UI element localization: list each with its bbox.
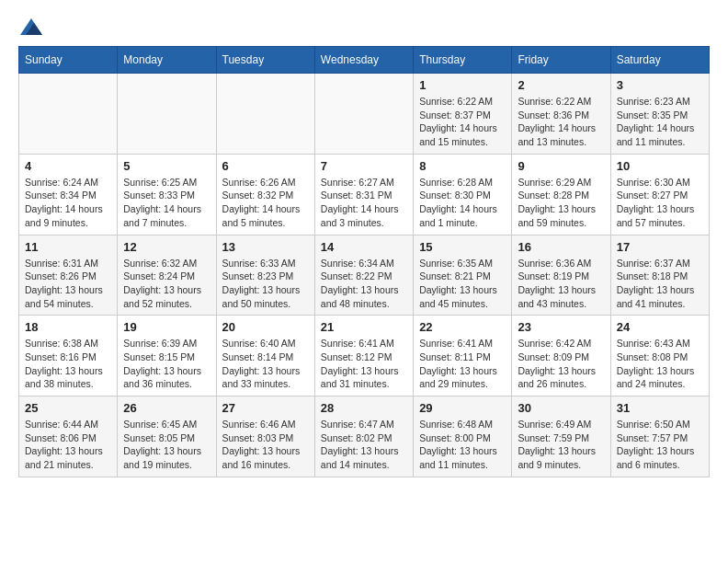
day-info: Sunrise: 6:39 AM Sunset: 8:15 PM Dayligh… [123,337,210,391]
weekday-header: Monday [118,47,216,74]
day-number: 24 [617,320,703,334]
calendar-cell: 31Sunrise: 6:50 AM Sunset: 7:57 PM Dayli… [610,396,709,477]
day-info: Sunrise: 6:22 AM Sunset: 8:36 PM Dayligh… [518,95,604,149]
day-number: 1 [419,78,506,92]
day-number: 6 [222,159,309,173]
calendar-cell: 29Sunrise: 6:48 AM Sunset: 8:00 PM Dayli… [414,396,512,477]
day-number: 12 [123,240,210,254]
day-number: 11 [25,240,111,254]
day-number: 13 [222,240,309,254]
day-info: Sunrise: 6:29 AM Sunset: 8:28 PM Dayligh… [518,176,604,230]
weekday-header: Saturday [610,47,709,74]
day-info: Sunrise: 6:24 AM Sunset: 8:34 PM Dayligh… [25,176,111,230]
calendar-cell: 25Sunrise: 6:44 AM Sunset: 8:06 PM Dayli… [19,396,118,477]
weekday-header-row: SundayMondayTuesdayWednesdayThursdayFrid… [19,47,710,74]
calendar-cell: 3Sunrise: 6:23 AM Sunset: 8:35 PM Daylig… [610,74,709,155]
calendar-cell: 4Sunrise: 6:24 AM Sunset: 8:34 PM Daylig… [19,154,118,235]
calendar-cell [216,74,314,155]
day-info: Sunrise: 6:38 AM Sunset: 8:16 PM Dayligh… [25,337,111,391]
calendar-cell: 27Sunrise: 6:46 AM Sunset: 8:03 PM Dayli… [216,396,314,477]
day-info: Sunrise: 6:23 AM Sunset: 8:35 PM Dayligh… [617,95,703,149]
weekday-header: Thursday [414,47,512,74]
weekday-header: Sunday [19,47,118,74]
calendar-cell: 20Sunrise: 6:40 AM Sunset: 8:14 PM Dayli… [216,316,314,396]
page-header [18,18,710,31]
weekday-header: Friday [512,47,610,74]
calendar-table: SundayMondayTuesdayWednesdayThursdayFrid… [18,46,710,477]
day-number: 30 [518,401,604,415]
day-number: 20 [222,320,309,334]
calendar-cell: 7Sunrise: 6:27 AM Sunset: 8:31 PM Daylig… [314,154,413,235]
calendar-week-row: 4Sunrise: 6:24 AM Sunset: 8:34 PM Daylig… [19,154,710,235]
day-info: Sunrise: 6:42 AM Sunset: 8:09 PM Dayligh… [518,337,604,391]
calendar-cell: 14Sunrise: 6:34 AM Sunset: 8:22 PM Dayli… [314,235,413,316]
day-number: 14 [321,240,407,254]
calendar-week-row: 18Sunrise: 6:38 AM Sunset: 8:16 PM Dayli… [19,316,710,396]
day-number: 4 [25,159,111,173]
day-info: Sunrise: 6:40 AM Sunset: 8:14 PM Dayligh… [222,337,309,391]
calendar-cell: 21Sunrise: 6:41 AM Sunset: 8:12 PM Dayli… [314,316,413,396]
day-number: 9 [518,159,604,173]
calendar-cell: 1Sunrise: 6:22 AM Sunset: 8:37 PM Daylig… [414,74,512,155]
weekday-header: Tuesday [216,47,314,74]
calendar-cell: 10Sunrise: 6:30 AM Sunset: 8:27 PM Dayli… [610,154,709,235]
calendar-cell: 5Sunrise: 6:25 AM Sunset: 8:33 PM Daylig… [118,154,216,235]
calendar-cell: 9Sunrise: 6:29 AM Sunset: 8:28 PM Daylig… [512,154,610,235]
day-info: Sunrise: 6:27 AM Sunset: 8:31 PM Dayligh… [321,176,407,230]
calendar-cell: 6Sunrise: 6:26 AM Sunset: 8:32 PM Daylig… [216,154,314,235]
day-info: Sunrise: 6:36 AM Sunset: 8:19 PM Dayligh… [518,257,604,311]
day-number: 23 [518,320,604,334]
day-number: 29 [419,401,506,415]
calendar-cell: 26Sunrise: 6:45 AM Sunset: 8:05 PM Dayli… [118,396,216,477]
day-number: 25 [25,401,111,415]
day-number: 28 [321,401,407,415]
day-info: Sunrise: 6:45 AM Sunset: 8:05 PM Dayligh… [123,418,210,472]
day-info: Sunrise: 6:31 AM Sunset: 8:26 PM Dayligh… [25,257,111,311]
calendar-cell: 18Sunrise: 6:38 AM Sunset: 8:16 PM Dayli… [19,316,118,396]
day-number: 7 [321,159,407,173]
calendar-cell [19,74,118,155]
day-number: 10 [617,159,703,173]
day-number: 21 [321,320,407,334]
day-number: 17 [617,240,703,254]
calendar-cell [118,74,216,155]
calendar-cell: 12Sunrise: 6:32 AM Sunset: 8:24 PM Dayli… [118,235,216,316]
calendar-cell: 28Sunrise: 6:47 AM Sunset: 8:02 PM Dayli… [314,396,413,477]
day-info: Sunrise: 6:47 AM Sunset: 8:02 PM Dayligh… [321,418,407,472]
day-number: 31 [617,401,703,415]
day-info: Sunrise: 6:22 AM Sunset: 8:37 PM Dayligh… [419,95,506,149]
day-number: 22 [419,320,506,334]
day-number: 3 [617,78,703,92]
calendar-cell: 24Sunrise: 6:43 AM Sunset: 8:08 PM Dayli… [610,316,709,396]
day-info: Sunrise: 6:44 AM Sunset: 8:06 PM Dayligh… [25,418,111,472]
day-info: Sunrise: 6:35 AM Sunset: 8:21 PM Dayligh… [419,257,506,311]
calendar-cell: 11Sunrise: 6:31 AM Sunset: 8:26 PM Dayli… [19,235,118,316]
calendar-cell: 15Sunrise: 6:35 AM Sunset: 8:21 PM Dayli… [414,235,512,316]
day-info: Sunrise: 6:43 AM Sunset: 8:08 PM Dayligh… [617,337,703,391]
day-number: 2 [518,78,604,92]
day-info: Sunrise: 6:49 AM Sunset: 7:59 PM Dayligh… [518,418,604,472]
calendar-week-row: 1Sunrise: 6:22 AM Sunset: 8:37 PM Daylig… [19,74,710,155]
day-number: 19 [123,320,210,334]
day-number: 15 [419,240,506,254]
calendar-cell: 19Sunrise: 6:39 AM Sunset: 8:15 PM Dayli… [118,316,216,396]
day-info: Sunrise: 6:34 AM Sunset: 8:22 PM Dayligh… [321,257,407,311]
calendar-week-row: 11Sunrise: 6:31 AM Sunset: 8:26 PM Dayli… [19,235,710,316]
logo-icon [20,18,42,35]
day-info: Sunrise: 6:48 AM Sunset: 8:00 PM Dayligh… [419,418,506,472]
day-info: Sunrise: 6:32 AM Sunset: 8:24 PM Dayligh… [123,257,210,311]
day-info: Sunrise: 6:33 AM Sunset: 8:23 PM Dayligh… [222,257,309,311]
day-number: 5 [123,159,210,173]
day-info: Sunrise: 6:28 AM Sunset: 8:30 PM Dayligh… [419,176,506,230]
day-info: Sunrise: 6:46 AM Sunset: 8:03 PM Dayligh… [222,418,309,472]
day-number: 27 [222,401,309,415]
day-number: 18 [25,320,111,334]
day-info: Sunrise: 6:37 AM Sunset: 8:18 PM Dayligh… [617,257,703,311]
calendar-cell: 8Sunrise: 6:28 AM Sunset: 8:30 PM Daylig… [414,154,512,235]
calendar-week-row: 25Sunrise: 6:44 AM Sunset: 8:06 PM Dayli… [19,396,710,477]
calendar-cell: 23Sunrise: 6:42 AM Sunset: 8:09 PM Dayli… [512,316,610,396]
calendar-cell: 13Sunrise: 6:33 AM Sunset: 8:23 PM Dayli… [216,235,314,316]
day-number: 16 [518,240,604,254]
day-info: Sunrise: 6:25 AM Sunset: 8:33 PM Dayligh… [123,176,210,230]
logo [18,18,42,31]
